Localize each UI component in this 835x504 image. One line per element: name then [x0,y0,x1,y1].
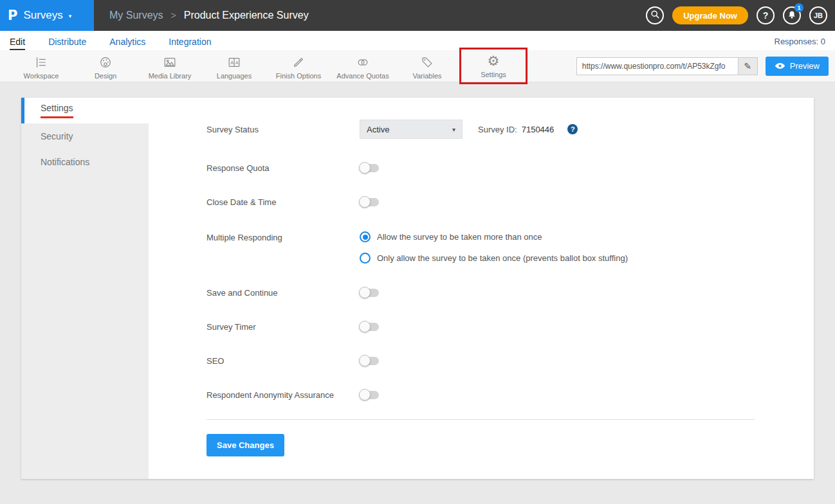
response-quota-label: Response Quota [206,163,360,173]
radio-option-label: Only allow the survey to be taken once (… [377,253,628,263]
radio-option-multiple-times[interactable]: Allow the survey to be taken more than o… [360,231,628,242]
toolbar-item-workspace[interactable]: Workspace [9,52,73,80]
content-area: Settings Security Notifications Survey S… [0,82,835,504]
survey-status-select[interactable]: Active ▾ [360,120,463,139]
tab-integration[interactable]: Integration [169,37,211,50]
radio-option-label: Allow the survey to be taken more than o… [377,232,542,242]
toolbar-label: Design [95,72,116,80]
toolbar-label: Media Library [149,72,192,80]
settings-highlight-box: ⚙ Settings [459,48,528,84]
upgrade-now-button[interactable]: Upgrade Now [672,6,748,24]
tab-analytics[interactable]: Analytics [109,37,145,50]
save-and-continue-toggle[interactable] [360,289,379,297]
preview-button[interactable]: Preview [766,57,829,76]
settings-form: Survey Status Active ▾ Survey ID: 715044… [149,98,814,479]
response-quota-row: Response Quota [206,163,756,173]
multiple-responding-options: Allow the survey to be taken more than o… [360,231,628,264]
toolbar-item-design[interactable]: Design [73,52,138,80]
finish-options-icon [291,55,306,70]
sidebar-item-settings[interactable]: Settings [21,98,149,123]
variables-icon [420,55,434,70]
notifications-button[interactable]: 1 [783,6,801,24]
breadcrumb: My Surveys > Product Experience Survey [109,10,309,21]
sidebar-item-label: Notifications [41,157,89,167]
notification-badge: 1 [794,3,803,12]
toggle-knob [359,389,371,401]
tab-edit[interactable]: Edit [10,37,25,50]
survey-url-box: ✎ [576,57,758,75]
survey-id-value: 7150446 [522,125,555,134]
radio-selected-icon[interactable] [360,231,371,242]
seo-toggle[interactable] [360,357,379,365]
toolbar-item-finish-options[interactable]: Finish Options [266,52,331,80]
pencil-icon: ✎ [744,61,751,71]
toggle-knob [359,287,371,298]
sidebar-item-label: Settings [41,103,73,118]
toggle-knob [359,196,371,208]
breadcrumb-my-surveys[interactable]: My Surveys [109,10,163,21]
settings-sidebar: Settings Security Notifications [21,98,149,479]
workspace-icon [34,55,48,70]
toolbar-item-variables[interactable]: Variables [395,52,459,80]
toolbar-item-media-library[interactable]: Media Library [138,52,202,80]
tab-distribute[interactable]: Distribute [48,37,86,50]
close-date-time-row: Close Date & Time [206,197,756,207]
radio-option-once-only[interactable]: Only allow the survey to be taken once (… [360,253,628,264]
radio-unselected-icon[interactable] [360,253,371,264]
survey-timer-toggle[interactable] [360,323,379,331]
toolbar-item-settings[interactable]: ⚙ Settings [461,51,526,78]
edit-toolbar: Workspace Design Media Library A [0,50,835,82]
questionpro-logo: P [8,8,17,23]
toggle-knob [359,162,371,174]
survey-url-input[interactable] [577,58,738,75]
design-icon [98,55,113,70]
search-icon [650,10,660,21]
survey-id-help-icon[interactable]: ? [567,124,578,134]
multiple-responding-label: Multiple Responding [206,233,360,242]
toolbar-right: ✎ Preview [576,57,835,76]
survey-timer-label: Survey Timer [206,322,360,332]
toolbar-label: Advance Quotas [336,72,389,80]
help-button[interactable]: ? [757,6,775,24]
survey-status-label: Survey Status [206,125,360,134]
chevron-down-icon: ▾ [69,13,72,19]
edit-url-button[interactable]: ✎ [738,58,757,75]
preview-label: Preview [790,61,820,71]
sidebar-item-notifications[interactable]: Notifications [21,149,149,175]
survey-status-row: Survey Status Active ▾ Survey ID: 715044… [206,120,756,139]
multiple-responding-row: Multiple Responding Allow the survey to … [206,231,756,264]
form-divider [206,419,755,420]
response-quota-toggle[interactable] [360,164,379,172]
responses-count: Responses: 0 [775,37,826,50]
settings-card: Settings Security Notifications Survey S… [21,98,814,479]
settings-gear-icon: ⚙ [488,53,500,69]
respondent-anonymity-toggle[interactable] [360,391,379,399]
surveys-product-dropdown[interactable]: P Surveys ▾ [0,0,94,31]
seo-row: SEO [206,356,756,366]
toolbar-label: Settings [481,71,506,78]
sidebar-item-security[interactable]: Security [21,123,149,149]
svg-text:A: A [230,60,234,66]
question-mark-icon: ? [763,10,769,21]
media-library-icon [163,55,177,70]
close-date-time-toggle[interactable] [360,198,379,206]
toggle-knob [359,321,371,332]
toolbar-item-advance-quotas[interactable]: Advance Quotas [331,52,395,80]
svg-text:A: A [235,60,239,66]
survey-status-value: Active [367,125,389,134]
respondent-anonymity-row: Respondent Anonymity Assurance [206,390,756,400]
save-changes-button[interactable]: Save Changes [206,434,284,456]
section-nav: Edit Distribute Analytics Integration Re… [0,31,835,50]
breadcrumb-current-survey: Product Experience Survey [184,10,309,21]
top-bar: P Surveys ▾ My Surveys > Product Experie… [0,0,835,31]
search-button[interactable] [646,6,664,24]
survey-timer-row: Survey Timer [206,322,756,332]
toolbar-item-languages[interactable]: A A Languages [202,52,266,80]
respondent-anonymity-label: Respondent Anonymity Assurance [206,390,360,400]
nav-tabs: Edit Distribute Analytics Integration [10,37,211,50]
topbar-actions: Upgrade Now ? 1 JB [646,6,835,24]
avatar[interactable]: JB [809,6,827,24]
active-item-accent-bar [21,98,24,123]
eye-icon [775,62,785,69]
close-date-time-label: Close Date & Time [206,197,360,207]
